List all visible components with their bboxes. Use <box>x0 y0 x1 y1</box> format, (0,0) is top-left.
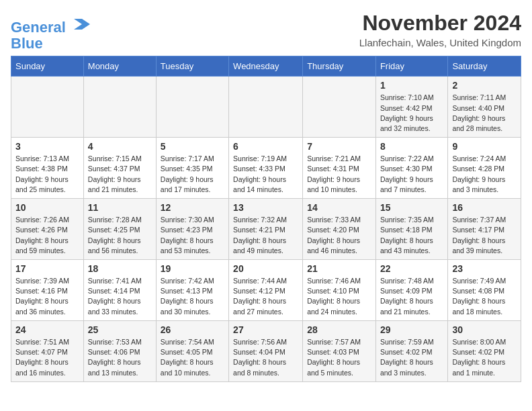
calendar-day-cell: 8Sunrise: 7:22 AM Sunset: 4:30 PM Daylig… <box>375 138 448 199</box>
day-info: Sunrise: 7:42 AM Sunset: 4:13 PM Dayligh… <box>161 276 224 317</box>
calendar-day-cell: 22Sunrise: 7:48 AM Sunset: 4:09 PM Dayli… <box>375 260 448 321</box>
calendar-day-cell: 26Sunrise: 7:54 AM Sunset: 4:05 PM Dayli… <box>156 320 228 381</box>
day-number: 24 <box>15 324 79 335</box>
day-info: Sunrise: 7:35 AM Sunset: 4:18 PM Dayligh… <box>380 215 444 256</box>
calendar-day-cell: 23Sunrise: 7:49 AM Sunset: 4:08 PM Dayli… <box>448 260 521 321</box>
day-info: Sunrise: 7:44 AM Sunset: 4:12 PM Dayligh… <box>233 276 298 317</box>
day-number: 12 <box>161 202 224 213</box>
day-info: Sunrise: 7:19 AM Sunset: 4:33 PM Dayligh… <box>233 154 298 195</box>
calendar-week-row: 10Sunrise: 7:26 AM Sunset: 4:26 PM Dayli… <box>11 199 521 260</box>
day-number: 27 <box>233 324 298 335</box>
day-info: Sunrise: 7:46 AM Sunset: 4:10 PM Dayligh… <box>307 276 371 317</box>
header-area: General Blue November 2024 Llanfechain, … <box>11 11 521 52</box>
calendar-day-cell: 24Sunrise: 7:51 AM Sunset: 4:07 PM Dayli… <box>11 320 84 381</box>
calendar-day-cell <box>11 77 84 138</box>
day-info: Sunrise: 7:10 AM Sunset: 4:42 PM Dayligh… <box>380 93 444 134</box>
logo: General Blue <box>11 13 90 52</box>
day-info: Sunrise: 7:11 AM Sunset: 4:40 PM Dayligh… <box>452 93 517 134</box>
calendar-day-cell: 18Sunrise: 7:41 AM Sunset: 4:14 PM Dayli… <box>83 260 156 321</box>
day-number: 2 <box>452 80 517 91</box>
day-info: Sunrise: 7:59 AM Sunset: 4:02 PM Dayligh… <box>380 337 444 378</box>
calendar-day-cell: 3Sunrise: 7:13 AM Sunset: 4:38 PM Daylig… <box>11 138 84 199</box>
day-number: 6 <box>233 141 298 152</box>
calendar-week-row: 24Sunrise: 7:51 AM Sunset: 4:07 PM Dayli… <box>11 320 521 381</box>
calendar-day-cell: 7Sunrise: 7:21 AM Sunset: 4:31 PM Daylig… <box>303 138 376 199</box>
day-number: 28 <box>307 324 371 335</box>
day-number: 10 <box>15 202 79 213</box>
calendar-day-cell: 25Sunrise: 7:53 AM Sunset: 4:06 PM Dayli… <box>83 320 156 381</box>
day-info: Sunrise: 7:32 AM Sunset: 4:21 PM Dayligh… <box>233 215 298 256</box>
day-number: 21 <box>307 263 371 274</box>
day-info: Sunrise: 7:53 AM Sunset: 4:06 PM Dayligh… <box>88 337 152 378</box>
day-number: 16 <box>452 202 517 213</box>
day-number: 20 <box>233 263 298 274</box>
weekday-header: Thursday <box>303 56 376 77</box>
calendar-week-row: 17Sunrise: 7:39 AM Sunset: 4:16 PM Dayli… <box>11 260 521 321</box>
day-info: Sunrise: 7:21 AM Sunset: 4:31 PM Dayligh… <box>307 154 371 195</box>
weekday-header: Sunday <box>11 56 84 77</box>
weekday-header: Monday <box>83 56 156 77</box>
day-number: 15 <box>380 202 444 213</box>
day-number: 23 <box>452 263 517 274</box>
day-info: Sunrise: 7:30 AM Sunset: 4:23 PM Dayligh… <box>161 215 224 256</box>
day-info: Sunrise: 7:22 AM Sunset: 4:30 PM Dayligh… <box>380 154 444 195</box>
calendar-day-cell <box>303 77 376 138</box>
month-title: November 2024 <box>359 11 521 36</box>
day-info: Sunrise: 7:28 AM Sunset: 4:25 PM Dayligh… <box>88 215 152 256</box>
day-info: Sunrise: 7:37 AM Sunset: 4:17 PM Dayligh… <box>452 215 517 256</box>
weekday-header-row: SundayMondayTuesdayWednesdayThursdayFrid… <box>11 56 521 77</box>
day-number: 17 <box>15 263 79 274</box>
calendar-day-cell: 21Sunrise: 7:46 AM Sunset: 4:10 PM Dayli… <box>303 260 376 321</box>
day-number: 5 <box>161 141 224 152</box>
day-info: Sunrise: 7:26 AM Sunset: 4:26 PM Dayligh… <box>15 215 79 256</box>
day-info: Sunrise: 7:56 AM Sunset: 4:04 PM Dayligh… <box>233 337 298 378</box>
calendar-day-cell: 28Sunrise: 7:57 AM Sunset: 4:03 PM Dayli… <box>303 320 376 381</box>
day-info: Sunrise: 7:33 AM Sunset: 4:20 PM Dayligh… <box>307 215 371 256</box>
title-area: November 2024 Llanfechain, Wales, United… <box>359 11 521 48</box>
calendar-day-cell: 19Sunrise: 7:42 AM Sunset: 4:13 PM Dayli… <box>156 260 228 321</box>
day-number: 3 <box>15 141 79 152</box>
calendar-week-row: 1Sunrise: 7:10 AM Sunset: 4:42 PM Daylig… <box>11 77 521 138</box>
calendar-day-cell: 2Sunrise: 7:11 AM Sunset: 4:40 PM Daylig… <box>448 77 521 138</box>
day-number: 22 <box>380 263 444 274</box>
calendar-day-cell: 12Sunrise: 7:30 AM Sunset: 4:23 PM Dayli… <box>156 199 228 260</box>
calendar-day-cell <box>156 77 228 138</box>
day-number: 8 <box>380 141 444 152</box>
calendar-day-cell <box>229 77 303 138</box>
day-number: 29 <box>380 324 444 335</box>
day-number: 25 <box>88 324 152 335</box>
day-number: 18 <box>88 263 152 274</box>
day-info: Sunrise: 7:51 AM Sunset: 4:07 PM Dayligh… <box>15 337 79 378</box>
calendar-day-cell: 6Sunrise: 7:19 AM Sunset: 4:33 PM Daylig… <box>229 138 303 199</box>
calendar-day-cell: 1Sunrise: 7:10 AM Sunset: 4:42 PM Daylig… <box>375 77 448 138</box>
logo-arrow-icon <box>71 13 90 32</box>
day-number: 13 <box>233 202 298 213</box>
day-info: Sunrise: 7:48 AM Sunset: 4:09 PM Dayligh… <box>380 276 444 317</box>
location: Llanfechain, Wales, United Kingdom <box>359 37 521 48</box>
day-number: 14 <box>307 202 371 213</box>
calendar-day-cell: 9Sunrise: 7:24 AM Sunset: 4:28 PM Daylig… <box>448 138 521 199</box>
day-number: 26 <box>161 324 224 335</box>
weekday-header: Saturday <box>448 56 521 77</box>
calendar-day-cell: 17Sunrise: 7:39 AM Sunset: 4:16 PM Dayli… <box>11 260 84 321</box>
day-number: 11 <box>88 202 152 213</box>
day-number: 9 <box>452 141 517 152</box>
day-info: Sunrise: 7:54 AM Sunset: 4:05 PM Dayligh… <box>161 337 224 378</box>
calendar-day-cell: 16Sunrise: 7:37 AM Sunset: 4:17 PM Dayli… <box>448 199 521 260</box>
day-info: Sunrise: 7:13 AM Sunset: 4:38 PM Dayligh… <box>15 154 79 195</box>
day-number: 30 <box>452 324 517 335</box>
calendar-table: SundayMondayTuesdayWednesdayThursdayFrid… <box>11 56 521 381</box>
day-info: Sunrise: 7:41 AM Sunset: 4:14 PM Dayligh… <box>88 276 152 317</box>
weekday-header: Wednesday <box>229 56 303 77</box>
logo-line2: Blue <box>11 35 43 52</box>
calendar-week-row: 3Sunrise: 7:13 AM Sunset: 4:38 PM Daylig… <box>11 138 521 199</box>
day-info: Sunrise: 8:00 AM Sunset: 4:02 PM Dayligh… <box>452 337 517 378</box>
day-info: Sunrise: 7:39 AM Sunset: 4:16 PM Dayligh… <box>15 276 79 317</box>
calendar-day-cell: 14Sunrise: 7:33 AM Sunset: 4:20 PM Dayli… <box>303 199 376 260</box>
weekday-header: Tuesday <box>156 56 228 77</box>
calendar-day-cell: 29Sunrise: 7:59 AM Sunset: 4:02 PM Dayli… <box>375 320 448 381</box>
logo-line1: General <box>11 19 66 36</box>
calendar-day-cell: 11Sunrise: 7:28 AM Sunset: 4:25 PM Dayli… <box>83 199 156 260</box>
calendar-day-cell: 4Sunrise: 7:15 AM Sunset: 4:37 PM Daylig… <box>83 138 156 199</box>
day-info: Sunrise: 7:57 AM Sunset: 4:03 PM Dayligh… <box>307 337 371 378</box>
